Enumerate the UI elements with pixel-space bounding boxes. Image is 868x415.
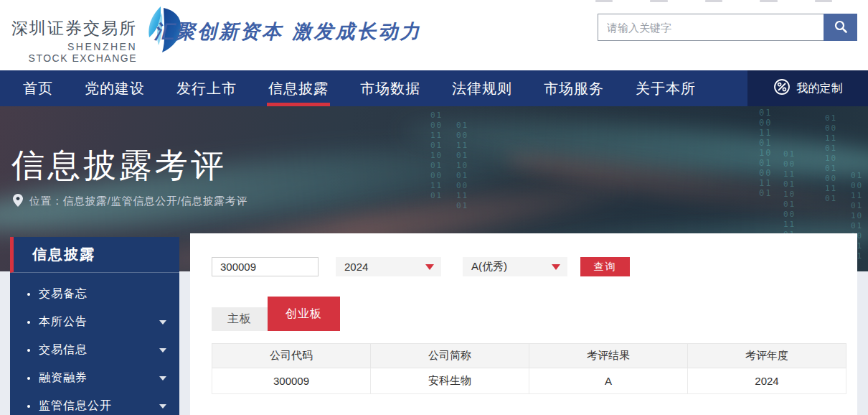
cell-evaluation-year: 2024 bbox=[688, 368, 846, 394]
utility-links-cutoff bbox=[595, 0, 832, 3]
chevron-down-icon bbox=[159, 348, 166, 353]
year-select[interactable]: 2024 bbox=[336, 257, 441, 276]
content-panel: 2024 A(优秀) 查询 主板 创业板 公司代码 公司简称 考评结果 考评年度 bbox=[190, 233, 857, 415]
customize-icon bbox=[773, 78, 791, 98]
search-icon bbox=[834, 19, 848, 36]
cell-evaluation-result: A bbox=[529, 368, 688, 394]
location-pin-icon bbox=[13, 194, 23, 209]
hero-light-streak bbox=[401, 109, 868, 187]
sidebar-item-trading-info[interactable]: 交易信息 bbox=[10, 336, 179, 364]
breadcrumb-text: 位置：信息披露/监管信息公开/信息披露考评 bbox=[29, 195, 247, 208]
company-code-input[interactable] bbox=[212, 257, 319, 276]
logo-name-en2: STOCK EXCHANGE bbox=[11, 52, 137, 64]
bullet-icon bbox=[27, 349, 30, 352]
nav-item-about[interactable]: 关于本所 bbox=[620, 70, 712, 106]
my-customization-button[interactable]: 我的定制 bbox=[747, 70, 868, 106]
grade-select[interactable]: A(优秀) bbox=[463, 257, 567, 276]
sidebar-title: 信息披露 bbox=[32, 245, 95, 264]
dropdown-arrow-icon bbox=[552, 264, 560, 270]
sidebar-item-trading-memo[interactable]: 交易备忘 bbox=[10, 280, 179, 308]
evaluation-results-table: 公司代码 公司简称 考评结果 考评年度 300009 安科生物 A 2024 bbox=[212, 343, 846, 394]
logo-name-en1: SHENZHEN bbox=[11, 41, 137, 52]
site-search bbox=[598, 14, 857, 41]
bullet-icon bbox=[27, 321, 30, 324]
nav-item-market-services[interactable]: 市场服务 bbox=[528, 70, 620, 106]
nav-item-rules[interactable]: 法律规则 bbox=[436, 70, 528, 106]
dropdown-arrow-icon bbox=[425, 264, 434, 270]
table-row[interactable]: 300009 安科生物 A 2024 bbox=[212, 368, 846, 394]
nav-item-listing[interactable]: 发行上市 bbox=[161, 70, 253, 106]
board-tabs: 主板 创业板 bbox=[212, 297, 340, 331]
main-nav: 首页 党的建设 发行上市 信息披露 市场数据 法律规则 市场服务 关于本所 我的… bbox=[0, 70, 868, 106]
binary-texture: 01 00 11 01 10 01 00 11 01 bbox=[456, 121, 468, 211]
filter-row: 2024 A(优秀) 查询 bbox=[212, 257, 630, 276]
query-button[interactable]: 查询 bbox=[580, 257, 630, 276]
site-header: 深圳证券交易所 SHENZHEN STOCK EXCHANGE bbox=[0, 0, 868, 70]
col-header-company-name: 公司简称 bbox=[371, 344, 529, 368]
sidebar-item-exchange-announcements[interactable]: 本所公告 bbox=[10, 308, 179, 336]
chevron-down-icon bbox=[159, 320, 166, 325]
sidebar-item-regulatory-disclosure[interactable]: 监管信息公开 bbox=[10, 392, 179, 415]
brand-slogan: 汇聚创新资本 激发成长动力 bbox=[154, 19, 421, 45]
chevron-down-icon bbox=[159, 376, 166, 381]
binary-texture: 01 00 11 01 10 01 00 11 01 bbox=[825, 113, 837, 204]
binary-texture: 01 00 11 01 10 01 00 11 01 bbox=[783, 149, 796, 240]
nav-item-disclosure[interactable]: 信息披露 bbox=[253, 70, 344, 106]
search-input[interactable] bbox=[598, 14, 824, 41]
binary-texture: 01 00 11 01 10 01 00 11 01 bbox=[759, 108, 772, 198]
szse-page: 深圳证券交易所 SHENZHEN STOCK EXCHANGE bbox=[0, 0, 868, 415]
cell-company-name: 安科生物 bbox=[371, 368, 529, 394]
nav-item-home[interactable]: 首页 bbox=[7, 70, 69, 106]
sidebar-list: 交易备忘 本所公告 交易信息 融资融券 监管信息公开 bbox=[10, 273, 179, 415]
sidebar-disclosure-menu: 信息披露 交易备忘 本所公告 交易信息 融资融券 bbox=[10, 237, 179, 415]
binary-texture: 01 00 11 01 10 01 00 11 01 bbox=[430, 111, 443, 201]
logo-name-cn: 深圳证券交易所 bbox=[11, 17, 137, 39]
nav-item-market-data[interactable]: 市场数据 bbox=[344, 70, 436, 106]
sidebar-header: 信息披露 bbox=[10, 237, 179, 273]
col-header-company-code: 公司代码 bbox=[212, 344, 371, 368]
chevron-down-icon bbox=[159, 404, 166, 409]
bullet-icon bbox=[27, 405, 30, 408]
nav-item-party-building[interactable]: 党的建设 bbox=[69, 70, 161, 106]
page-title: 信息披露考评 bbox=[11, 144, 227, 188]
search-button[interactable] bbox=[824, 14, 857, 41]
tab-chinext[interactable]: 创业板 bbox=[268, 297, 340, 331]
col-header-evaluation-year: 考评年度 bbox=[688, 344, 846, 368]
cell-company-code: 300009 bbox=[212, 368, 371, 394]
bullet-icon bbox=[27, 377, 30, 380]
sidebar-item-margin-trading[interactable]: 融资融券 bbox=[10, 364, 179, 392]
table-header-row: 公司代码 公司简称 考评结果 考评年度 bbox=[212, 344, 846, 368]
bullet-icon bbox=[27, 293, 30, 296]
col-header-evaluation-result: 考评结果 bbox=[529, 344, 688, 368]
hero-light-streak bbox=[502, 143, 868, 230]
tab-main-board[interactable]: 主板 bbox=[212, 307, 268, 331]
breadcrumb: 位置：信息披露/监管信息公开/信息披露考评 bbox=[13, 194, 247, 209]
